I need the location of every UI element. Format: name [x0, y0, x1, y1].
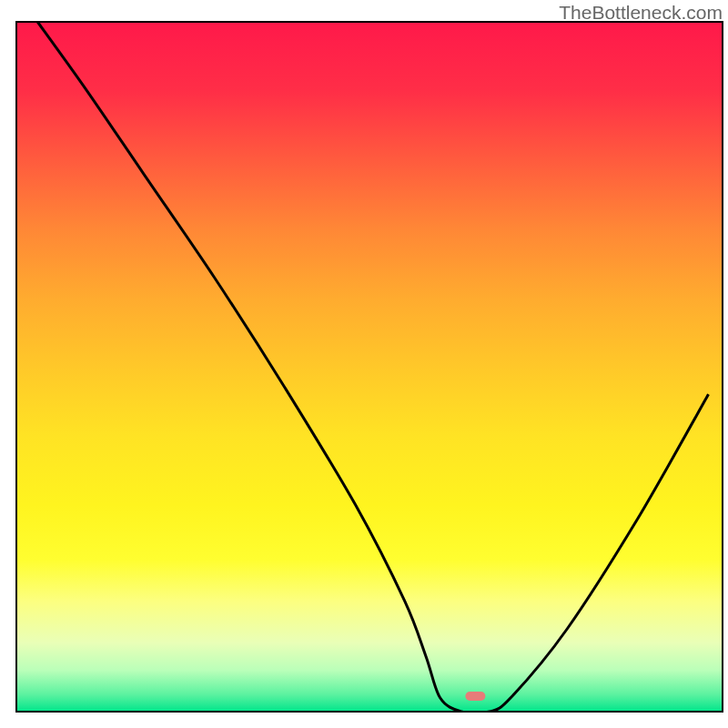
bottleneck-chart: [0, 0, 728, 728]
gradient-background: [16, 22, 723, 712]
chart-container: TheBottleneck.com: [0, 0, 728, 728]
watermark-text: TheBottleneck.com: [559, 2, 723, 24]
optimal-marker: [465, 692, 485, 701]
